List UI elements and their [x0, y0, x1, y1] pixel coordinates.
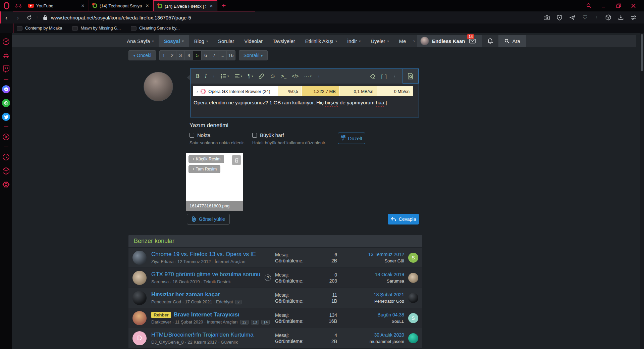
whatsapp-icon[interactable] [2, 99, 10, 107]
bookmark-item[interactable]: Contemp by Micaka [17, 26, 62, 31]
gx-control-speedometer-icon[interactable] [2, 38, 10, 46]
twitter-icon[interactable] [2, 113, 10, 121]
paragraph-button[interactable]: ¶▾ [245, 71, 256, 81]
page-number[interactable]: 6 [202, 51, 210, 60]
emoji-smiley-button[interactable]: ☺ [267, 71, 278, 81]
extension-cube-icon[interactable] [605, 14, 611, 20]
bookmark-heart-icon[interactable]: ♡ [582, 14, 588, 20]
tab-close-icon[interactable]: ✕ [80, 3, 86, 8]
alerts-bell-icon[interactable] [482, 35, 498, 47]
tab-technopat-sosyal[interactable]: (14) Technopat Sosyal ✕ [89, 0, 153, 11]
topic-title[interactable]: GTX 970 görüntü gitme ve bozulma sorunu [151, 271, 265, 278]
last-poster-avatar[interactable] [408, 273, 418, 283]
code-button[interactable]: </> [289, 71, 301, 81]
bold-button[interactable]: B [193, 71, 202, 81]
tab-elveda-firefox-active[interactable]: (14) Elveda Firefox | Sayfa 5 ✕ [153, 0, 217, 11]
nav-item-videolar[interactable]: Videolar [239, 35, 268, 47]
list-button[interactable]: ▾ [218, 71, 232, 81]
preview-button[interactable] [402, 68, 419, 84]
topic-avatar[interactable]: D [132, 331, 147, 345]
nav-item-tavsiyeler[interactable]: Tavsiyeler [268, 35, 300, 47]
remove-format-eraser-button[interactable] [367, 71, 378, 81]
nav-item-sorular[interactable]: Sorular [213, 35, 239, 47]
topic-title[interactable]: Chrome 19 vs. Firefox 13 vs. Opera vs IE [151, 251, 275, 258]
toolbar-more-icon[interactable]: ⋮ [390, 74, 399, 79]
topic-row[interactable]: D HTML/Brocoiner!rfn Trojan'den Kurtulma… [128, 328, 422, 348]
topic-row[interactable]: GTX 970 görüntü gitme ve bozulma sorunu … [128, 267, 422, 288]
reload-button[interactable] [23, 14, 35, 20]
last-poster-avatar[interactable]: S [408, 313, 418, 323]
message-text[interactable]: Opera efendim ne yapıyorsunuz? 1 GB ram … [194, 100, 387, 105]
nav-item-ana-sayfa[interactable]: Ana Sayfa▾ [122, 35, 159, 47]
download-icon[interactable] [618, 14, 624, 20]
page-badge[interactable]: 13 [251, 320, 259, 325]
topic-title[interactable]: Rehber Brave İnternet Tarayıcısı [151, 311, 275, 318]
nav-item-uyeler[interactable]: Üyeler▾ [366, 35, 394, 47]
gx-corner-icon[interactable] [13, 0, 24, 11]
new-tab-button[interactable]: + [217, 0, 230, 11]
restore-button[interactable] [611, 0, 626, 11]
link-button[interactable] [256, 71, 267, 81]
tab-close-icon[interactable]: ✕ [145, 3, 150, 8]
page-badge[interactable]: 14 [261, 320, 270, 325]
italic-button[interactable]: I [202, 71, 209, 81]
last-post-date[interactable]: 13 Temmuz 2012 [337, 252, 404, 257]
gx-cleaner-broom-icon[interactable] [2, 51, 10, 59]
current-user-avatar[interactable] [144, 72, 173, 101]
upload-image-button[interactable]: Görsel yükle [187, 214, 230, 225]
page-badge[interactable]: 12 [240, 320, 249, 325]
topic-avatar[interactable] [132, 311, 147, 325]
page-scrollbar[interactable] [640, 33, 644, 349]
delete-attachment-button[interactable] [232, 155, 241, 165]
reply-button[interactable]: Cevapla [388, 214, 419, 225]
page-number-current[interactable]: 5 [193, 51, 202, 60]
topic-avatar[interactable] [132, 251, 147, 265]
page-number[interactable]: 3 [176, 51, 185, 60]
reply-editor[interactable]: B I ⋮ ▾ ▾ ¶▾ ☺ >_ </> ⋯▾ ⋮ [190, 68, 419, 117]
extensions-cube-icon[interactable] [2, 167, 10, 175]
url-text[interactable]: www.technopat.net/sosyal/konu/elveda-fir… [51, 15, 191, 20]
adblock-shield-icon[interactable] [556, 14, 562, 20]
lock-icon[interactable] [43, 15, 48, 20]
player-icon[interactable] [2, 133, 10, 141]
topic-row[interactable]: Rehber Brave İnternet Tarayıcısı Darktow… [128, 308, 422, 328]
nav-item-sosyal[interactable]: Sosyal▾ [159, 35, 189, 47]
history-clock-icon[interactable] [2, 153, 10, 161]
tab-youtube[interactable]: YouTube ✕ [24, 0, 89, 11]
topic-row[interactable]: Chrome 19 vs. Firefox 13 vs. Opera vs IE… [128, 247, 422, 267]
toolbar-more-icon[interactable]: ⋮ [314, 74, 323, 79]
last-post-date[interactable]: 18 Şubat 2021 [337, 292, 404, 297]
last-poster-avatar[interactable] [408, 293, 418, 303]
nav-item-blog[interactable]: Blog▾ [189, 35, 213, 47]
buyuk-harf-checkbox[interactable] [252, 133, 257, 138]
topic-avatar[interactable] [132, 291, 147, 305]
last-poster-avatar[interactable] [408, 333, 418, 343]
page-number[interactable]: 16 [227, 51, 235, 60]
page-number[interactable]: 1 [160, 51, 168, 60]
topic-avatar[interactable] [132, 271, 147, 285]
settings-gear-icon[interactable] [2, 181, 10, 189]
search-button[interactable]: Ara [498, 35, 526, 47]
page-badge[interactable]: 2 [235, 300, 241, 304]
tab-close-icon[interactable]: ✕ [209, 4, 214, 8]
prev-page-button[interactable]: ◂ Önceki [128, 50, 156, 60]
page-number[interactable]: 2 [168, 51, 176, 60]
tune-sliders-icon[interactable] [631, 14, 637, 20]
opera-gx-logo[interactable] [0, 0, 13, 11]
bookmark-item[interactable]: Cleaning Service by... [131, 26, 180, 31]
insert-full-image-button[interactable]: + Tam Resim [189, 165, 220, 173]
bbcode-brackets-button[interactable]: [ ] [378, 71, 390, 81]
close-button[interactable] [626, 0, 641, 11]
snapshot-camera-icon[interactable] [544, 14, 550, 20]
inbox-envelope-icon[interactable]: 14 [468, 37, 477, 45]
topic-title[interactable]: Hırsızlar her zaman kaçar [151, 291, 275, 298]
scrollbar-thumb[interactable] [641, 34, 643, 71]
last-post-date[interactable]: 30 Aralık 2020 [337, 332, 404, 338]
user-account-block[interactable]: Endless Kaan 14 [417, 35, 482, 47]
last-post-date[interactable]: Bugün 04:38 [337, 312, 404, 317]
last-poster-avatar[interactable]: S [408, 253, 418, 263]
toolbar-more-icon[interactable]: ⋮ [209, 74, 218, 79]
next-page-button[interactable]: Sonraki ▸ [239, 50, 268, 60]
twitch-icon[interactable] [2, 65, 10, 73]
nav-item-indir[interactable]: İndir▾ [342, 35, 366, 47]
